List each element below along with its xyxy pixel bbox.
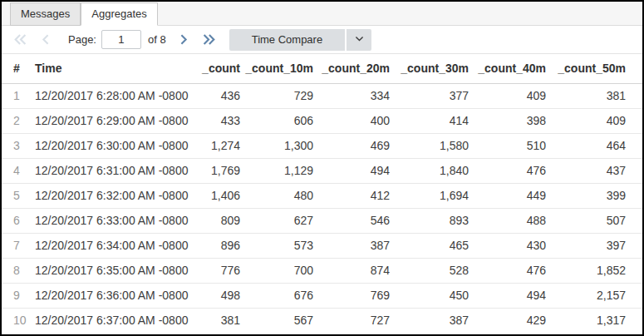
count-cell: 528 <box>390 259 469 284</box>
count-cell: 494 <box>313 159 390 184</box>
count-cell: 573 <box>240 234 313 259</box>
table-header-row: #Time_count_count_10m_count_20m_count_30… <box>2 54 642 84</box>
column-header-count-30m[interactable]: _count_30m <box>390 54 469 84</box>
page-input[interactable] <box>101 30 141 49</box>
count-cell: 893 <box>390 209 469 234</box>
count-cell: 430 <box>469 234 546 259</box>
chevron-right-icon <box>178 33 189 46</box>
count-cell: 676 <box>240 284 313 309</box>
table-row[interactable]: 1012/20/2017 6:37:00 AM -080038156772738… <box>2 309 642 334</box>
time-compare-button[interactable]: Time Compare <box>229 29 345 51</box>
count-cell: 412 <box>313 184 390 209</box>
table-body: 112/20/2017 6:28:00 AM -0800436729334377… <box>2 84 642 334</box>
time-cell: 12/20/2017 6:29:00 AM -0800 <box>35 109 191 134</box>
pagination-toolbar: Page: of 8 Time Compare <box>2 26 642 53</box>
table-row[interactable]: 412/20/2017 6:31:00 AM -08001,7691,12949… <box>2 159 642 184</box>
count-cell: 1,852 <box>546 259 642 284</box>
count-cell: 377 <box>390 84 469 109</box>
time-cell: 12/20/2017 6:32:00 AM -0800 <box>35 184 191 209</box>
count-cell: 469 <box>313 134 390 159</box>
row-number-cell: 4 <box>2 159 35 184</box>
previous-page-button[interactable] <box>37 31 55 49</box>
count-cell: 397 <box>546 234 642 259</box>
count-cell: 381 <box>191 309 240 334</box>
count-cell: 414 <box>390 109 469 134</box>
count-cell: 729 <box>240 84 313 109</box>
count-cell: 429 <box>469 309 546 334</box>
count-cell: 727 <box>313 309 390 334</box>
time-cell: 12/20/2017 6:28:00 AM -0800 <box>35 84 191 109</box>
count-cell: 1,406 <box>191 184 240 209</box>
count-cell: 1,129 <box>240 159 313 184</box>
table-row[interactable]: 712/20/2017 6:34:00 AM -0800896573387465… <box>2 234 642 259</box>
table-row[interactable]: 612/20/2017 6:33:00 AM -0800809627546893… <box>2 209 642 234</box>
count-cell: 606 <box>240 109 313 134</box>
column-header-count-40m[interactable]: _count_40m <box>469 54 546 84</box>
last-page-button[interactable] <box>199 31 218 49</box>
count-cell: 1,580 <box>390 134 469 159</box>
count-cell: 809 <box>191 209 240 234</box>
count-cell: 334 <box>313 84 390 109</box>
tab-aggregates[interactable]: Aggregates <box>81 2 158 26</box>
count-cell: 464 <box>546 134 642 159</box>
count-cell: 437 <box>546 159 642 184</box>
count-cell: 510 <box>469 134 546 159</box>
time-compare-dropdown-button[interactable] <box>347 29 371 51</box>
count-cell: 450 <box>390 284 469 309</box>
row-number-cell: 7 <box>2 234 35 259</box>
column-header-count-10m[interactable]: _count_10m <box>240 54 313 84</box>
row-number-cell: 5 <box>2 184 35 209</box>
double-chevron-left-icon <box>13 33 28 46</box>
count-cell: 498 <box>191 284 240 309</box>
count-cell: 387 <box>390 309 469 334</box>
column-header-count-50m[interactable]: _count_50m <box>546 54 642 84</box>
count-cell: 381 <box>546 84 642 109</box>
column-header-count[interactable]: _count <box>191 54 240 84</box>
count-cell: 409 <box>546 109 642 134</box>
time-compare-split-button: Time Compare <box>229 29 371 51</box>
column-header-count-20m[interactable]: _count_20m <box>313 54 390 84</box>
count-cell: 507 <box>546 209 642 234</box>
row-number-cell: 9 <box>2 284 35 309</box>
table-row[interactable]: 812/20/2017 6:35:00 AM -0800776700874528… <box>2 259 642 284</box>
time-cell: 12/20/2017 6:37:00 AM -0800 <box>35 309 191 334</box>
count-cell: 1,840 <box>390 159 469 184</box>
aggregates-table-container: #Time_count_count_10m_count_20m_count_30… <box>2 53 642 333</box>
count-cell: 387 <box>313 234 390 259</box>
row-number-cell: 6 <box>2 209 35 234</box>
count-cell: 398 <box>469 109 546 134</box>
table-row[interactable]: 512/20/2017 6:32:00 AM -08001,4064804121… <box>2 184 642 209</box>
count-cell: 488 <box>469 209 546 234</box>
double-chevron-right-icon <box>201 33 216 46</box>
tab-messages[interactable]: Messages <box>10 2 81 26</box>
first-page-button[interactable] <box>12 31 30 49</box>
count-cell: 494 <box>469 284 546 309</box>
row-number-cell: 2 <box>2 109 35 134</box>
time-cell: 12/20/2017 6:33:00 AM -0800 <box>35 209 191 234</box>
table-row[interactable]: 212/20/2017 6:29:00 AM -0800433606400414… <box>2 109 642 134</box>
time-cell: 12/20/2017 6:35:00 AM -0800 <box>35 259 191 284</box>
table-row[interactable]: 312/20/2017 6:30:00 AM -08001,2741,30046… <box>2 134 642 159</box>
count-cell: 700 <box>240 259 313 284</box>
count-cell: 627 <box>240 209 313 234</box>
chevron-left-icon <box>40 33 52 46</box>
next-page-button[interactable] <box>175 31 193 49</box>
time-cell: 12/20/2017 6:36:00 AM -0800 <box>35 284 191 309</box>
count-cell: 1,274 <box>191 134 240 159</box>
count-cell: 399 <box>546 184 642 209</box>
count-cell: 449 <box>469 184 546 209</box>
row-number-cell: 1 <box>2 84 35 109</box>
page-total-label: of 8 <box>148 33 166 46</box>
count-cell: 436 <box>191 84 240 109</box>
table-row[interactable]: 912/20/2017 6:36:00 AM -0800498676769450… <box>2 284 642 309</box>
count-cell: 896 <box>191 234 240 259</box>
column-header-row-number[interactable]: # <box>2 54 35 84</box>
count-cell: 546 <box>313 209 390 234</box>
column-header-time[interactable]: Time <box>35 54 191 84</box>
table-row[interactable]: 112/20/2017 6:28:00 AM -0800436729334377… <box>2 84 642 109</box>
count-cell: 480 <box>240 184 313 209</box>
row-number-cell: 3 <box>2 134 35 159</box>
count-cell: 2,157 <box>546 284 642 309</box>
count-cell: 476 <box>469 159 546 184</box>
page-label: Page: <box>68 33 96 46</box>
